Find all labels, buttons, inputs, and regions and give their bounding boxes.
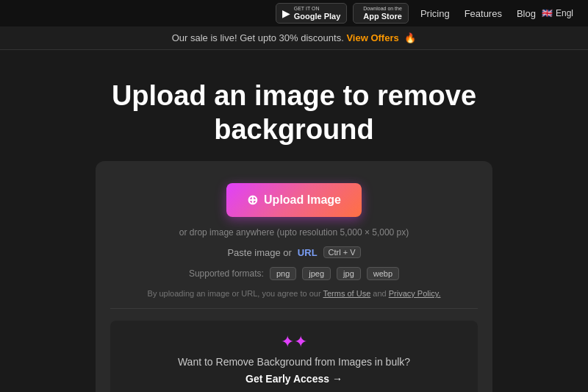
hero-section: Upload an image to remove background ⊕ U…	[0, 50, 588, 392]
paste-label: Paste image or	[227, 247, 291, 258]
view-offers-link[interactable]: View Offers	[346, 32, 398, 43]
upload-card: ⊕ Upload Image or drop image anywhere (u…	[96, 161, 492, 392]
format-png: png	[270, 267, 296, 280]
top-nav: ▶ GET IT ON Google Play Download on the …	[0, 0, 588, 26]
upload-btn-area: ⊕ Upload Image	[226, 183, 362, 217]
drop-text: or drop image anywhere (upto resolution …	[110, 227, 478, 238]
flag-icon: 🇬🇧	[542, 8, 553, 18]
format-webp: webp	[367, 267, 399, 280]
app-store-get-label: Download on the	[363, 6, 402, 12]
bulk-section: ✦✦ Want to Remove Background from Images…	[110, 321, 478, 392]
bulk-title: Want to Remove Background from Images in…	[125, 356, 463, 368]
upload-btn-label: Upload Image	[264, 193, 341, 207]
google-play-get-label: GET IT ON	[294, 6, 341, 12]
terms-link[interactable]: Terms of Use	[323, 289, 370, 298]
features-link[interactable]: Features	[465, 8, 502, 19]
url-label[interactable]: URL	[298, 247, 318, 258]
bulk-icon: ✦✦	[125, 332, 463, 352]
nav-links: Pricing Features Blog	[420, 8, 536, 19]
format-jpeg: jpeg	[302, 267, 331, 280]
app-store-badge[interactable]: Download on the App Store	[353, 3, 409, 24]
language-label: Engl	[556, 8, 573, 18]
shortcut-badge: Ctrl + V	[323, 246, 361, 258]
upload-button[interactable]: ⊕ Upload Image	[226, 183, 362, 217]
bulk-cta-link[interactable]: Get Early Access →	[245, 373, 343, 385]
play-icon: ▶	[282, 7, 290, 19]
blog-link[interactable]: Blog	[517, 8, 536, 19]
sale-banner: Our sale is live! Get upto 30% discounts…	[0, 26, 588, 50]
upload-btn-wrapper: ⊕ Upload Image	[110, 183, 478, 217]
plus-icon: ⊕	[247, 192, 258, 208]
hero-title: Upload an image to remove background	[74, 79, 514, 146]
google-play-name: Google Play	[294, 12, 341, 21]
sale-text: Our sale is live! Get upto 30% discounts…	[172, 32, 344, 43]
paste-url-row: Paste image or URL Ctrl + V	[110, 246, 478, 258]
pricing-link[interactable]: Pricing	[420, 8, 450, 19]
format-jpg: jpg	[337, 267, 361, 280]
formats-label: Supported formats:	[189, 268, 264, 279]
card-divider	[110, 308, 478, 309]
fire-emoji: 🔥	[404, 32, 416, 43]
language-selector[interactable]: 🇬🇧 Engl	[542, 8, 573, 18]
app-store-name: App Store	[363, 12, 402, 21]
formats-row: Supported formats: png jpeg jpg webp	[110, 267, 478, 280]
privacy-link[interactable]: Privacy Policy.	[389, 289, 441, 298]
terms-text: By uploading an image or URL, you agree …	[110, 289, 478, 298]
google-play-badge[interactable]: ▶ GET IT ON Google Play	[276, 3, 348, 24]
